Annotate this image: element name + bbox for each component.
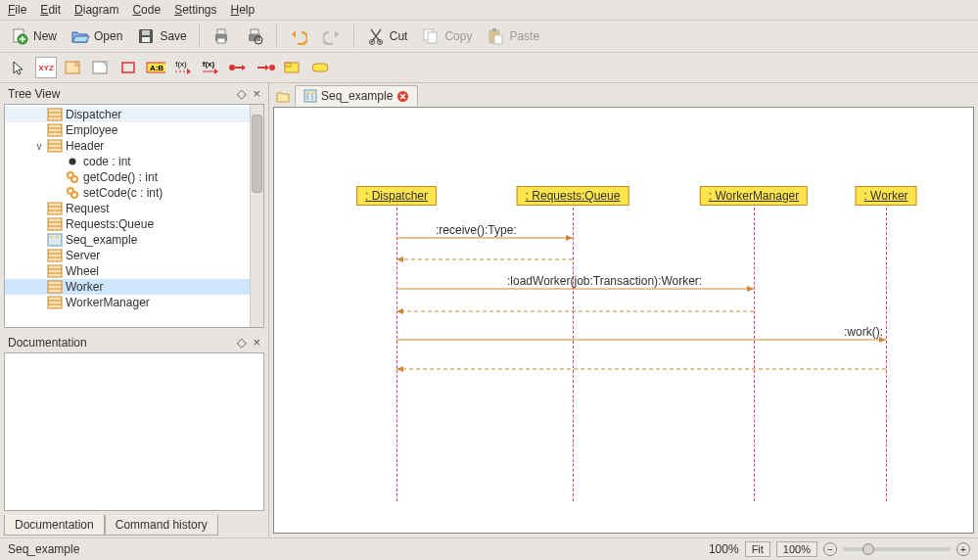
precondition-tool[interactable] bbox=[309, 57, 331, 78]
tree-item[interactable]: Seq_example bbox=[5, 232, 250, 248]
tree-item[interactable]: setCode(c : int) bbox=[5, 185, 250, 201]
menu-diagram[interactable]: Diagram bbox=[74, 3, 118, 17]
message-label[interactable]: :work(): bbox=[844, 325, 883, 339]
new-icon bbox=[10, 26, 29, 46]
cut-button[interactable]: Cut bbox=[362, 23, 412, 49]
open-button[interactable]: Open bbox=[67, 23, 126, 49]
menu-code[interactable]: Code bbox=[132, 3, 161, 17]
tree-view[interactable]: DispatcherEmployeevHeadercode : intgetCo… bbox=[4, 104, 264, 328]
new-label: New bbox=[33, 29, 57, 43]
zoom-in-button[interactable]: + bbox=[956, 542, 970, 556]
tree-item-icon bbox=[46, 123, 64, 137]
note-tool[interactable] bbox=[63, 57, 84, 78]
lifeline-head[interactable]: : Requests:Queue bbox=[517, 186, 629, 206]
svg-rect-4 bbox=[142, 37, 150, 42]
tree-item-icon bbox=[46, 217, 64, 231]
svg-rect-20 bbox=[122, 63, 134, 72]
svg-rect-9 bbox=[251, 29, 258, 34]
tree-item-label: Seq_example bbox=[66, 233, 137, 247]
select-tool[interactable] bbox=[8, 57, 29, 78]
save-button[interactable]: Save bbox=[132, 23, 190, 49]
menu-settings[interactable]: Settings bbox=[174, 3, 216, 17]
lifeline-line bbox=[886, 208, 887, 501]
fit-button[interactable]: Fit bbox=[745, 541, 770, 557]
tree-item[interactable]: code : int bbox=[5, 154, 250, 169]
tree-item[interactable]: Wheel bbox=[5, 263, 250, 279]
redo-button[interactable] bbox=[318, 23, 346, 49]
tree-item[interactable]: Dispatcher bbox=[5, 107, 250, 122]
menu-file[interactable]: File bbox=[8, 3, 26, 17]
fragment-tool[interactable] bbox=[282, 57, 303, 78]
svg-point-37 bbox=[70, 159, 76, 165]
tree-item[interactable]: Request bbox=[5, 201, 250, 216]
call-tool[interactable]: f(x) bbox=[200, 57, 221, 78]
menu-bar: File Edit Diagram Code Settings Help bbox=[0, 0, 978, 21]
tree-close-icon[interactable]: × bbox=[253, 86, 260, 101]
object-tool[interactable] bbox=[117, 57, 139, 78]
tree-item[interactable]: vHeader bbox=[5, 138, 250, 154]
lifeline-head[interactable]: : Dispatcher bbox=[356, 186, 437, 206]
box-tool[interactable] bbox=[90, 57, 112, 78]
svg-rect-51 bbox=[48, 250, 62, 261]
tree-item[interactable]: Server bbox=[5, 248, 250, 263]
zoom-100-button[interactable]: 100% bbox=[776, 541, 817, 557]
tree-item[interactable]: Worker bbox=[5, 279, 250, 295]
copy-button[interactable]: Copy bbox=[417, 23, 476, 49]
svg-rect-49 bbox=[50, 236, 53, 238]
tree-item[interactable]: getCode() : int bbox=[5, 169, 250, 185]
async-message-tool[interactable]: f(x) bbox=[172, 57, 194, 78]
tree-item-icon bbox=[64, 186, 81, 200]
tree-item-icon bbox=[46, 280, 64, 294]
print-preview-icon bbox=[245, 26, 264, 46]
paste-button[interactable]: Paste bbox=[482, 23, 543, 49]
menu-edit[interactable]: Edit bbox=[40, 3, 61, 17]
tab-label: Seq_example bbox=[321, 89, 393, 103]
documentation-body[interactable] bbox=[4, 352, 264, 511]
tree-scrollbar[interactable] bbox=[250, 105, 263, 327]
message-label[interactable]: :loadWorker(job:Transaction):Worker: bbox=[507, 274, 702, 288]
sync-message-tool[interactable]: A:B bbox=[145, 57, 166, 78]
tab-documentation[interactable]: Documentation bbox=[4, 515, 105, 536]
zoom-out-button[interactable]: − bbox=[823, 542, 837, 556]
tree-collapse-icon[interactable]: ◇ bbox=[237, 86, 247, 101]
undo-icon bbox=[289, 26, 308, 46]
tab-seq-example[interactable]: Seq_example bbox=[295, 85, 418, 107]
svg-rect-65 bbox=[311, 92, 314, 94]
tree-item-icon bbox=[46, 233, 64, 247]
menu-help[interactable]: Help bbox=[231, 3, 256, 17]
tree-item[interactable]: Employee bbox=[5, 122, 250, 138]
lifeline-head[interactable]: : WorkerManager bbox=[700, 186, 808, 206]
tree-item-icon bbox=[64, 155, 81, 168]
lifeline-head[interactable]: : Worker bbox=[855, 186, 916, 206]
svg-rect-6 bbox=[217, 29, 225, 34]
text-tool[interactable]: XYZ bbox=[35, 57, 57, 78]
diagram-canvas[interactable]: : Dispatcher : Requests:Queue : WorkerMa… bbox=[273, 107, 974, 534]
print-preview-button[interactable] bbox=[241, 23, 268, 49]
svg-text:f(x): f(x) bbox=[203, 60, 215, 69]
tree-item-icon bbox=[46, 139, 64, 153]
tab-close-icon[interactable] bbox=[396, 90, 409, 103]
tree-item-icon bbox=[64, 170, 81, 184]
doc-collapse-icon[interactable]: ◇ bbox=[237, 335, 247, 350]
tree-item-label: WorkerManager bbox=[66, 296, 150, 309]
doc-close-icon[interactable]: × bbox=[253, 335, 260, 350]
lifeline-line bbox=[754, 208, 755, 501]
message-label[interactable]: :receive():Type: bbox=[436, 223, 517, 237]
svg-point-25 bbox=[229, 65, 235, 70]
tree-item[interactable]: Requests:Queue bbox=[5, 216, 250, 232]
destroy-tool[interactable] bbox=[255, 57, 276, 78]
print-button[interactable] bbox=[208, 23, 235, 49]
paste-icon bbox=[486, 26, 505, 46]
editor-tabs: Seq_example bbox=[269, 83, 978, 107]
zoom-slider[interactable] bbox=[843, 547, 951, 551]
svg-rect-42 bbox=[48, 203, 62, 214]
tab-command-history[interactable]: Command history bbox=[105, 515, 218, 536]
undo-button[interactable] bbox=[285, 23, 312, 49]
main-toolbar: New Open Save Cut Copy Paste bbox=[0, 21, 978, 53]
svg-point-39 bbox=[71, 176, 77, 182]
tree-item[interactable]: WorkerManager bbox=[5, 295, 250, 310]
new-button[interactable]: New bbox=[6, 23, 61, 49]
new-tab-button[interactable] bbox=[273, 86, 293, 106]
tree-title: Tree View bbox=[8, 87, 60, 101]
create-tool[interactable] bbox=[227, 57, 249, 78]
